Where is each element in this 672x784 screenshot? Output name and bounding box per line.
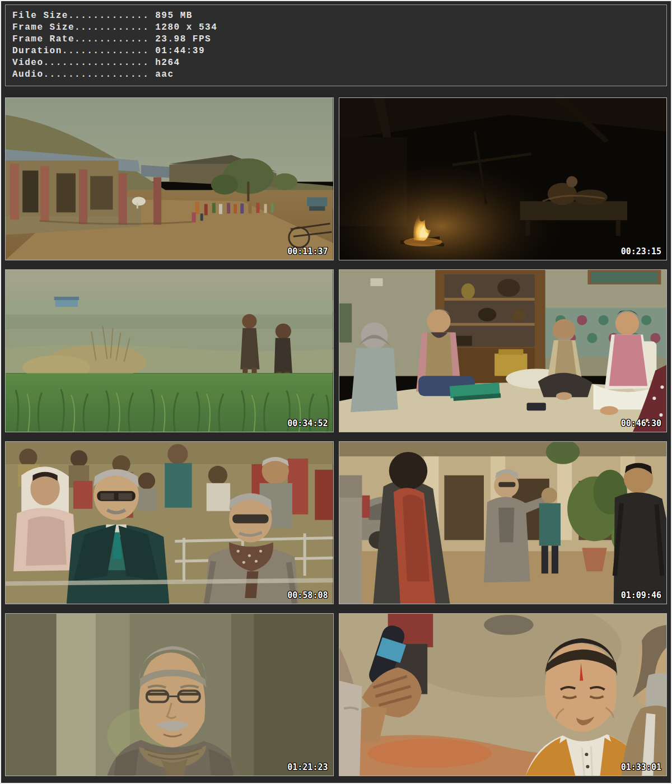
info-value: 1280 x 534 [149,22,217,32]
screenshot-thumbnail-7: 01:21:23 [5,613,334,776]
woman-headscarf [13,466,77,571]
courtyard-scene-image [339,442,667,604]
screenshot-thumbnail-2: 00:23:15 [339,97,668,260]
village-street-scene-image [6,98,333,260]
info-label: Video [12,58,44,68]
info-dots: ............. [68,11,149,21]
info-dots: ................. [44,58,150,68]
timestamp-overlay: 01:33:01 [621,762,661,772]
info-value: 23.98 FPS [149,34,211,44]
screenshot-thumbnail-1: 00:11:37 [5,97,334,260]
info-value: 895 MB [149,11,193,21]
media-info-page: File Size.............895 MB Frame Size.… [0,0,672,784]
info-row-audio: Audio.................aac [12,69,661,81]
info-row-frame-size: Frame Size............1280 x 534 [12,22,661,34]
info-row-frame-rate: Frame Rate............23.98 FPS [12,34,661,45]
screenshot-grid: 00:11:37 [5,97,667,776]
screenshot-thumbnail-5: 00:58:08 [5,441,334,604]
screenshot-thumbnail-3: 00:34:52 [5,269,334,432]
indoor-meeting-scene-image [339,270,667,432]
timestamp-overlay: 00:34:52 [287,418,328,428]
info-dots: ............ [74,34,149,44]
info-label: Frame Size [12,22,74,32]
info-value: aac [149,69,174,80]
audience-scene-image [6,442,333,604]
timestamp-overlay: 00:23:15 [621,246,661,256]
timestamp-overlay: 00:58:08 [287,590,328,600]
info-value: h264 [149,58,180,68]
info-label: Frame Rate [12,34,74,44]
orange-vest-man-scene-image [339,614,667,776]
timestamp-overlay: 01:21:23 [287,762,328,772]
elderly-man-closeup-image [6,614,333,776]
info-label: Duration [12,46,62,56]
info-dots: .............. [62,46,149,56]
children-field-scene-image [6,270,333,432]
screenshot-thumbnail-8: 01:33:01 [339,613,668,776]
info-label: File Size [12,11,68,21]
timestamp-overlay: 01:09:46 [621,590,661,600]
timestamp-overlay: 00:11:37 [287,246,328,256]
night-campfire-scene-image [339,98,667,260]
file-info-box: File Size.............895 MB Frame Size.… [5,4,667,86]
info-value: 01:44:39 [149,46,205,56]
info-dots: ................. [44,69,150,80]
info-dots: ............ [74,22,149,32]
screenshot-thumbnail-4: 00:46:30 [339,269,668,432]
screenshot-thumbnail-6: 01:09:46 [339,441,668,604]
timestamp-overlay: 00:46:30 [621,418,661,428]
info-row-file-size: File Size.............895 MB [12,10,661,22]
info-row-duration: Duration..............01:44:39 [12,45,661,57]
info-label: Audio [12,69,44,80]
info-row-video: Video.................h264 [12,57,661,69]
